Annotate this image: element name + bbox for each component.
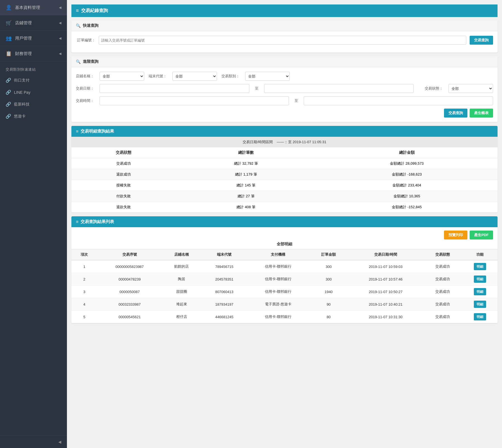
advanced-search-panel: 🔍 進階查詢 店鋪名稱： 全部 端末代號： 全部 交易類別： 全部 (71, 56, 498, 122)
result-no-4: 5 (71, 311, 97, 323)
advanced-search-body: 店鋪名稱： 全部 端末代號： 全部 交易類別： 全部 交易日期： 至 交易 (71, 67, 498, 122)
summary-col-status: 交易狀態 (71, 147, 176, 158)
result-store-2: 甜甜圈 (162, 286, 201, 298)
page-header: ≡ 交易紀錄查詢 (71, 4, 498, 17)
summary-row: 退款成功 總計 1,179 筆 金額總計 -168,623 (71, 169, 498, 180)
time-separator: 至 (293, 98, 299, 103)
summary-status-3: 付款失敗 (71, 191, 176, 202)
table-row: 2 00000478239 陶居 204578351 信用卡-聯邦銀行 300 … (71, 273, 498, 286)
summary-status-1: 退款成功 (71, 169, 176, 180)
results-col-2: 店鋪名稱 (162, 249, 201, 260)
terminal-select[interactable]: 全部 (172, 72, 217, 81)
result-action-2: 明細 (462, 286, 498, 298)
result-amount-4: 80 (309, 311, 348, 323)
sidebar-item-label-store: 店鋪管理 (15, 20, 32, 26)
result-txn-0: 00000005823987 (97, 260, 162, 273)
detail-button-0[interactable]: 明細 (474, 263, 486, 270)
date-from-input[interactable] (100, 84, 249, 93)
result-amount-2: 1940 (309, 286, 348, 298)
results-col-8: 功能 (462, 249, 498, 260)
result-amount-0: 300 (309, 260, 348, 273)
sidebar-collapse-button[interactable]: ◀ (0, 435, 67, 448)
summary-menu-icon: ≡ (76, 129, 78, 134)
sidebar-link-linepay[interactable]: 🔗 LINE Pay (0, 86, 67, 98)
result-terminal-1: 204578351 (201, 273, 247, 286)
link-icon-2: 🔗 (6, 90, 11, 95)
quick-search-button[interactable]: 交易查詢 (470, 36, 493, 45)
result-txn-4: 00000545621 (97, 311, 162, 323)
summary-row: 付款失敗 總計 27 筆 金額總計 10,365 (71, 191, 498, 202)
detail-button-3[interactable]: 明細 (474, 301, 486, 308)
result-txn-2: 0000050087 (97, 286, 162, 298)
results-col-0: 項次 (71, 249, 97, 260)
type-select[interactable]: 全部 (245, 72, 290, 81)
summary-amount-2: 金額總計 233,404 (316, 180, 498, 191)
summary-col-amount: 總計金額 (316, 147, 498, 158)
summary-count-4: 總計 408 筆 (176, 202, 316, 213)
result-payment-4: 信用卡-聯邦銀行 (247, 311, 309, 323)
print-preview-button[interactable]: 預覽列印 (444, 231, 467, 239)
sidebar-item-store[interactable]: 🛒 店鋪管理 ◀ (0, 15, 67, 31)
sidebar-item-basic[interactable]: 👤 基本資料管理 ◀ (0, 0, 67, 15)
results-col-5: 訂單金額 (309, 249, 348, 260)
summary-row: 交易成功 總計 32,792 筆 金額總計 28,099,573 (71, 158, 498, 169)
summary-status-4: 退款失敗 (71, 202, 176, 213)
advanced-search-button[interactable]: 交易查詢 (444, 109, 467, 118)
time-to-input[interactable] (304, 96, 493, 105)
quick-search-body: 訂單編號： 交易查詢 (71, 31, 498, 52)
result-action-1: 明細 (462, 273, 498, 286)
result-payment-2: 信用卡-聯邦銀行 (247, 286, 309, 298)
store-select[interactable]: 全部 (100, 72, 144, 81)
sidebar-link-label-3: 悠遊卡 (14, 114, 26, 119)
sidebar-item-finance[interactable]: 📋 財務管理 ◀ (0, 46, 67, 61)
sidebar-item-user[interactable]: 👥 用戶管理 ◀ (0, 31, 67, 46)
quick-search-title: 快速查詢 (83, 23, 98, 28)
summary-panel: ≡ 交易明細查詢結果 交易日期/時間區間 —— :: 至 2019-11-07 … (71, 126, 498, 212)
results-col-1: 交易序號 (97, 249, 162, 260)
result-terminal-0: 789456715 (201, 260, 247, 273)
result-datetime-2: 2019-11-07 10:50:27 (348, 286, 423, 298)
summary-table: 交易狀態 總計筆數 總計金額 交易成功 總計 32,792 筆 金額總計 28,… (71, 147, 498, 212)
result-datetime-3: 2019-11-07 10:40:21 (348, 298, 423, 311)
summary-row: 退款失敗 總計 408 筆 金額總計 -152,845 (71, 202, 498, 213)
sidebar-section-title: 交易類別快速連結 (0, 61, 67, 74)
summary-title: 交易明細查詢結果 (81, 129, 114, 134)
advanced-search-actions: 交易查詢 產生帳表 (76, 109, 493, 118)
order-number-input[interactable] (99, 36, 466, 45)
status-select[interactable]: 全部 (448, 84, 493, 93)
date-to-input[interactable] (264, 84, 414, 93)
sidebar-link-easycard[interactable]: 🔗 悠遊卡 (0, 110, 67, 122)
generate-pdf-button[interactable]: 產生PDF (470, 231, 493, 239)
order-number-label: 訂單編號： (76, 38, 95, 43)
chevron-icon-2: ◀ (59, 21, 61, 25)
header-menu-icon: ≡ (76, 8, 79, 14)
result-txn-3: 00032333987 (97, 298, 162, 311)
quick-search-header: 🔍 快速查詢 (71, 20, 498, 31)
search-icon-advanced: 🔍 (76, 59, 81, 64)
main-content: ≡ 交易紀錄查詢 🔍 快速查詢 訂單編號： 交易查詢 🔍 進階查詢 店鋪名稱： (67, 0, 502, 448)
detail-button-4[interactable]: 明細 (474, 313, 486, 320)
store-label: 店鋪名稱： (76, 74, 95, 79)
sidebar-link-jkopay[interactable]: 🔗 街口支付 (0, 74, 67, 86)
results-col-7: 交易狀態 (423, 249, 462, 260)
detail-button-2[interactable]: 明細 (474, 288, 486, 295)
time-label: 交易時間： (76, 98, 95, 103)
time-from-input[interactable] (100, 96, 289, 105)
summary-count-2: 總計 145 筆 (176, 180, 316, 191)
date-separator: 至 (254, 86, 260, 91)
summary-status-2: 授權失敗 (71, 180, 176, 191)
cart-icon: 🛒 (6, 20, 12, 26)
results-header: ≡ 交易查詢結果列表 (71, 216, 498, 227)
table-row: 4 00032333987 堆起來 187934197 電子票證-悠遊卡 90 … (71, 298, 498, 311)
sidebar-link-bluecard[interactable]: 🔗 藍新科技 (0, 98, 67, 110)
results-col-3: 端末代號 (201, 249, 247, 260)
detail-button-1[interactable]: 明細 (474, 275, 486, 283)
result-status-3: 交易成功 (423, 298, 462, 311)
result-payment-0: 信用卡-聯邦銀行 (247, 260, 309, 273)
table-row: 5 00000545621 柑仔店 446681245 信用卡-聯邦銀行 80 … (71, 311, 498, 323)
sidebar-link-label-0: 街口支付 (14, 78, 30, 83)
chevron-icon-3: ◀ (59, 36, 61, 40)
result-store-1: 陶居 (162, 273, 201, 286)
generate-report-button[interactable]: 產生帳表 (470, 109, 493, 118)
finance-icon: 📋 (6, 51, 12, 57)
